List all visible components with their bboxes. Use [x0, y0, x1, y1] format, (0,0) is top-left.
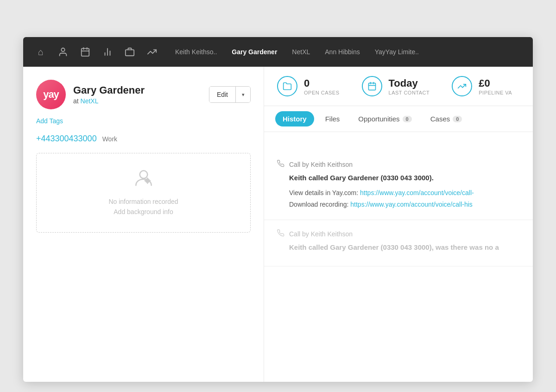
pipeline-label: PIPELINE VA [479, 90, 512, 95]
history-item-faded: Call by Keith Keithson Keith called Gary… [264, 220, 533, 266]
history-item-header-2: Call by Keith Keithson [277, 229, 520, 239]
nav-tab-netxl[interactable]: NetXL [284, 44, 317, 59]
background-info-box[interactable]: No information recorded Add background i… [36, 153, 251, 233]
contact-info: yay Gary Gardener at NetXL [36, 80, 145, 109]
svg-rect-1 [82, 49, 89, 57]
app-window: ⌂ Keith Keithso.. Gary Gardener NetXL An… [23, 37, 533, 382]
person-placeholder-icon [134, 168, 153, 193]
nav-tabs: Keith Keithso.. Gary Gardener NetXL Ann … [168, 44, 426, 59]
stat-last-contact: Today LAST CONTACT [362, 76, 430, 96]
briefcase-icon[interactable] [120, 42, 140, 62]
last-contact-value: Today [389, 77, 430, 89]
tab-opportunities[interactable]: Opportunities 0 [351, 111, 419, 126]
phone-type: Work [102, 135, 117, 143]
svg-point-0 [61, 48, 64, 51]
avatar: yay [36, 80, 66, 109]
download-recording-link[interactable]: https://www.yay.com/account/voice/call-h… [350, 201, 473, 208]
tab-history[interactable]: History [275, 111, 314, 126]
background-no-info: No information recorded Add background i… [108, 196, 178, 217]
svg-rect-15 [368, 83, 375, 90]
main-content: yay Gary Gardener at NetXL Edit ▾ Add Ta… [23, 67, 533, 382]
history-body-2: Keith called Gary Gardener (0330 043 300… [277, 243, 520, 251]
history-item: Call by Keith Keithson Keith called Gary… [264, 151, 533, 220]
contact-name-block: Gary Gardener at NetXL [73, 84, 145, 105]
open-cases-label: OPEN CASES [304, 90, 340, 95]
edit-dropdown-button[interactable]: ▾ [235, 87, 250, 102]
history-caller-2: Call by Keith Keithson [289, 230, 353, 238]
history-links-1: View details in Yay.com: https://www.yay… [289, 187, 520, 210]
trending-icon[interactable] [142, 42, 162, 62]
svg-rect-8 [126, 50, 134, 56]
stat-open-cases: 0 OPEN CASES [277, 76, 340, 96]
cases-badge: 0 [453, 116, 462, 122]
nav-tab-yayyay[interactable]: YayYay Limite.. [367, 44, 426, 59]
edit-button-wrapper: Edit ▾ [209, 86, 251, 103]
history-desc-2: Keith called Gary Gardener (0330 043 300… [289, 243, 520, 251]
nav-tab-keith[interactable]: Keith Keithso.. [168, 44, 224, 59]
stats-row: 0 OPEN CASES Today LAST CONTACT [264, 67, 533, 106]
history-area: Call by Keith Keithson Keith called Gary… [264, 132, 533, 382]
nav-tab-ann[interactable]: Ann Hibbins [317, 44, 367, 59]
opportunities-badge: 0 [403, 116, 412, 122]
tab-files[interactable]: Files [318, 111, 348, 126]
view-details-link[interactable]: https://www.yay.com/account/voice/call- [360, 189, 474, 196]
stat-pipeline: £0 PIPELINE VA [452, 76, 512, 96]
phone-row: +443300433000 Work [36, 134, 251, 144]
analytics-icon[interactable] [97, 42, 118, 62]
call-icon-2 [277, 229, 284, 239]
tabs-row: History Files Opportunities 0 Cases 0 [264, 106, 533, 132]
contact-company: at NetXL [73, 97, 145, 105]
add-tags-button[interactable]: Add Tags [36, 117, 63, 125]
svg-point-9 [139, 171, 147, 178]
folder-icon [277, 76, 297, 96]
right-panel: 0 OPEN CASES Today LAST CONTACT [264, 67, 533, 382]
avatar-text: yay [43, 89, 59, 101]
home-icon[interactable]: ⌂ [31, 42, 51, 62]
last-contact-label: LAST CONTACT [389, 90, 430, 95]
calendar-icon[interactable] [75, 42, 95, 62]
history-body-1: Keith called Gary Gardener (0330 043 300… [277, 174, 520, 210]
left-panel: yay Gary Gardener at NetXL Edit ▾ Add Ta… [23, 67, 264, 382]
call-icon [277, 160, 284, 169]
calendar-stat-icon [362, 76, 382, 96]
open-cases-value: 0 [304, 77, 340, 89]
history-desc-1: Keith called Gary Gardener (0330 043 300… [289, 174, 520, 182]
tab-cases[interactable]: Cases 0 [423, 111, 470, 126]
navbar: ⌂ Keith Keithso.. Gary Gardener NetXL An… [23, 37, 533, 67]
edit-button[interactable]: Edit [209, 87, 235, 102]
pipeline-value: £0 [479, 77, 512, 89]
history-caller-1: Call by Keith Keithson [289, 161, 353, 168]
pipeline-icon [452, 76, 472, 96]
phone-number: +443300433000 [36, 134, 97, 144]
contact-name: Gary Gardener [73, 84, 145, 96]
company-link[interactable]: NetXL [81, 97, 99, 105]
history-item-header: Call by Keith Keithson [277, 160, 520, 169]
contact-header: yay Gary Gardener at NetXL Edit ▾ [36, 80, 251, 109]
nav-tab-gary[interactable]: Gary Gardener [224, 44, 284, 59]
contacts-icon[interactable] [53, 42, 73, 62]
